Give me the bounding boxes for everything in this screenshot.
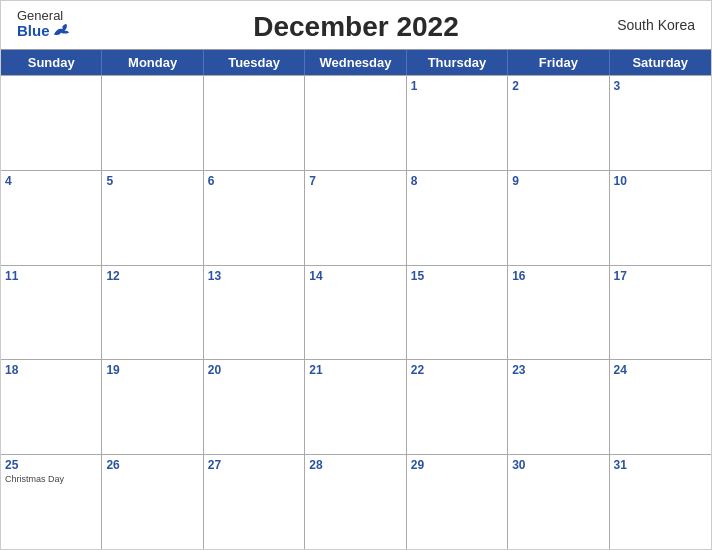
- day-number: 14: [309, 269, 401, 283]
- day-cell: 28: [305, 455, 406, 549]
- day-number: 20: [208, 363, 300, 377]
- day-cell: 11: [1, 266, 102, 360]
- day-cell: 16: [508, 266, 609, 360]
- day-number: 6: [208, 174, 300, 188]
- day-number: 29: [411, 458, 503, 472]
- day-cell: 7: [305, 171, 406, 265]
- day-number: 19: [106, 363, 198, 377]
- day-number: 31: [614, 458, 707, 472]
- day-headers-row: SundayMondayTuesdayWednesdayThursdayFrid…: [1, 50, 711, 75]
- day-number: 7: [309, 174, 401, 188]
- day-number: 13: [208, 269, 300, 283]
- day-number: 24: [614, 363, 707, 377]
- day-number: 22: [411, 363, 503, 377]
- day-cell: 2: [508, 76, 609, 170]
- week-row-4: 18192021222324: [1, 359, 711, 454]
- day-number: 28: [309, 458, 401, 472]
- day-cell: 9: [508, 171, 609, 265]
- day-cell: 4: [1, 171, 102, 265]
- day-header-tuesday: Tuesday: [204, 50, 305, 75]
- calendar: General Blue December 2022 South Korea S…: [0, 0, 712, 550]
- day-cell: [305, 76, 406, 170]
- day-header-monday: Monday: [102, 50, 203, 75]
- day-cell: 20: [204, 360, 305, 454]
- day-cell: 13: [204, 266, 305, 360]
- month-title: December 2022: [253, 11, 458, 43]
- day-cell: 24: [610, 360, 711, 454]
- week-row-3: 11121314151617: [1, 265, 711, 360]
- day-cell: 23: [508, 360, 609, 454]
- day-number: 23: [512, 363, 604, 377]
- day-number: 12: [106, 269, 198, 283]
- day-number: 26: [106, 458, 198, 472]
- day-number: 2: [512, 79, 604, 93]
- day-cell: 27: [204, 455, 305, 549]
- day-cell: 25Christmas Day: [1, 455, 102, 549]
- day-number: 4: [5, 174, 97, 188]
- day-cell: 8: [407, 171, 508, 265]
- week-row-5: 25Christmas Day262728293031: [1, 454, 711, 549]
- day-cell: 22: [407, 360, 508, 454]
- day-cell: 5: [102, 171, 203, 265]
- day-cell: [102, 76, 203, 170]
- logo-general: General: [17, 9, 63, 22]
- week-row-2: 45678910: [1, 170, 711, 265]
- day-cell: 10: [610, 171, 711, 265]
- day-number: 30: [512, 458, 604, 472]
- day-cell: 17: [610, 266, 711, 360]
- country-label: South Korea: [617, 17, 695, 33]
- day-cell: 19: [102, 360, 203, 454]
- day-event: Christmas Day: [5, 474, 97, 485]
- logo: General Blue: [17, 9, 70, 38]
- day-number: 5: [106, 174, 198, 188]
- day-number: 17: [614, 269, 707, 283]
- day-number: 10: [614, 174, 707, 188]
- day-number: 21: [309, 363, 401, 377]
- logo-blue: Blue: [17, 22, 70, 38]
- day-cell: 26: [102, 455, 203, 549]
- day-header-saturday: Saturday: [610, 50, 711, 75]
- calendar-header: General Blue December 2022 South Korea: [1, 1, 711, 49]
- day-cell: 30: [508, 455, 609, 549]
- day-cell: 14: [305, 266, 406, 360]
- day-cell: 15: [407, 266, 508, 360]
- day-number: 9: [512, 174, 604, 188]
- day-header-friday: Friday: [508, 50, 609, 75]
- day-cell: 6: [204, 171, 305, 265]
- day-number: 1: [411, 79, 503, 93]
- weeks-container: 1234567891011121314151617181920212223242…: [1, 75, 711, 549]
- day-cell: 31: [610, 455, 711, 549]
- day-header-wednesday: Wednesday: [305, 50, 406, 75]
- calendar-grid: SundayMondayTuesdayWednesdayThursdayFrid…: [1, 49, 711, 549]
- day-cell: [1, 76, 102, 170]
- day-cell: 29: [407, 455, 508, 549]
- day-header-thursday: Thursday: [407, 50, 508, 75]
- day-cell: 12: [102, 266, 203, 360]
- day-cell: 18: [1, 360, 102, 454]
- day-number: 11: [5, 269, 97, 283]
- day-number: 8: [411, 174, 503, 188]
- week-row-1: 123: [1, 75, 711, 170]
- day-cell: 3: [610, 76, 711, 170]
- day-cell: [204, 76, 305, 170]
- day-header-sunday: Sunday: [1, 50, 102, 75]
- day-number: 16: [512, 269, 604, 283]
- logo-bird-icon: [52, 22, 70, 38]
- day-number: 15: [411, 269, 503, 283]
- day-cell: 21: [305, 360, 406, 454]
- day-number: 18: [5, 363, 97, 377]
- day-number: 25: [5, 458, 97, 472]
- day-number: 3: [614, 79, 707, 93]
- day-number: 27: [208, 458, 300, 472]
- day-cell: 1: [407, 76, 508, 170]
